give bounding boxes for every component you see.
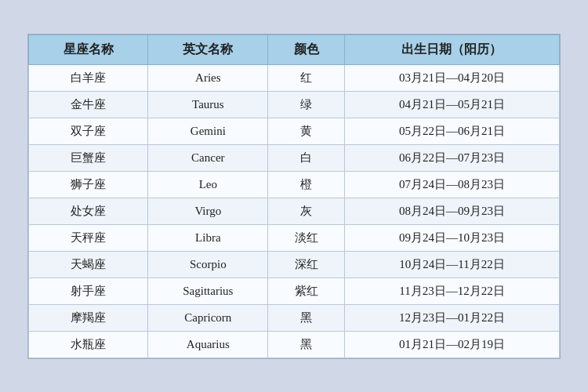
cell-english-name: Scorpio [148, 251, 268, 278]
cell-english-name: Aquarius [148, 331, 268, 358]
table-row: 金牛座Taurus绿04月21日—05月21日 [29, 91, 560, 118]
table-body: 白羊座Aries红03月21日—04月20日金牛座Taurus绿04月21日—0… [29, 64, 560, 358]
cell-color: 黑 [268, 304, 345, 331]
cell-english-name: Gemini [148, 118, 268, 144]
table-row: 双子座Gemini黄05月22日—06月21日 [29, 118, 560, 144]
cell-english-name: Libra [148, 224, 268, 251]
cell-chinese-name: 天蝎座 [29, 251, 148, 278]
cell-color: 紫红 [268, 278, 345, 304]
table-row: 巨蟹座Cancer白06月22日—07月23日 [29, 144, 560, 171]
cell-chinese-name: 射手座 [29, 278, 148, 304]
table-row: 天秤座Libra淡红09月24日—10月23日 [29, 224, 560, 251]
table-row: 白羊座Aries红03月21日—04月20日 [29, 64, 560, 91]
cell-chinese-name: 双子座 [29, 118, 148, 144]
cell-chinese-name: 处女座 [29, 198, 148, 224]
header-english-name: 英文名称 [148, 34, 268, 64]
table-row: 天蝎座Scorpio深红10月24日—11月22日 [29, 251, 560, 278]
cell-chinese-name: 白羊座 [29, 64, 148, 91]
cell-dates: 07月24日—08月23日 [344, 171, 559, 198]
table-row: 射手座Sagittarius紫红11月23日—12月22日 [29, 278, 560, 304]
cell-dates: 12月23日—01月22日 [344, 304, 559, 331]
cell-english-name: Taurus [148, 91, 268, 118]
cell-chinese-name: 巨蟹座 [29, 144, 148, 171]
table-row: 处女座Virgo灰08月24日—09月23日 [29, 198, 560, 224]
cell-color: 绿 [268, 91, 345, 118]
cell-chinese-name: 水瓶座 [29, 331, 148, 358]
header-color: 颜色 [268, 34, 345, 64]
cell-dates: 06月22日—07月23日 [344, 144, 559, 171]
cell-english-name: Cancer [148, 144, 268, 171]
cell-color: 橙 [268, 171, 345, 198]
cell-english-name: Capricorn [148, 304, 268, 331]
cell-chinese-name: 金牛座 [29, 91, 148, 118]
cell-chinese-name: 天秤座 [29, 224, 148, 251]
cell-dates: 09月24日—10月23日 [344, 224, 559, 251]
cell-dates: 11月23日—12月22日 [344, 278, 559, 304]
cell-color: 白 [268, 144, 345, 171]
cell-color: 淡红 [268, 224, 345, 251]
cell-dates: 04月21日—05月21日 [344, 91, 559, 118]
header-dates: 出生日期（阳历） [344, 34, 559, 64]
cell-dates: 05月22日—06月21日 [344, 118, 559, 144]
header-chinese-name: 星座名称 [29, 34, 148, 64]
cell-english-name: Virgo [148, 198, 268, 224]
table-row: 摩羯座Capricorn黑12月23日—01月22日 [29, 304, 560, 331]
cell-dates: 03月21日—04月20日 [344, 64, 559, 91]
cell-english-name: Aries [148, 64, 268, 91]
cell-color: 灰 [268, 198, 345, 224]
cell-dates: 08月24日—09月23日 [344, 198, 559, 224]
cell-color: 黑 [268, 331, 345, 358]
cell-color: 黄 [268, 118, 345, 144]
cell-english-name: Leo [148, 171, 268, 198]
cell-english-name: Sagittarius [148, 278, 268, 304]
cell-dates: 10月24日—11月22日 [344, 251, 559, 278]
zodiac-table-container: 星座名称 英文名称 颜色 出生日期（阳历） 白羊座Aries红03月21日—04… [27, 34, 561, 359]
cell-dates: 01月21日—02月19日 [344, 331, 559, 358]
cell-chinese-name: 狮子座 [29, 171, 148, 198]
table-row: 水瓶座Aquarius黑01月21日—02月19日 [29, 331, 560, 358]
cell-chinese-name: 摩羯座 [29, 304, 148, 331]
zodiac-table: 星座名称 英文名称 颜色 出生日期（阳历） 白羊座Aries红03月21日—04… [28, 34, 560, 358]
table-header-row: 星座名称 英文名称 颜色 出生日期（阳历） [29, 34, 560, 64]
cell-color: 红 [268, 64, 345, 91]
table-row: 狮子座Leo橙07月24日—08月23日 [29, 171, 560, 198]
cell-color: 深红 [268, 251, 345, 278]
